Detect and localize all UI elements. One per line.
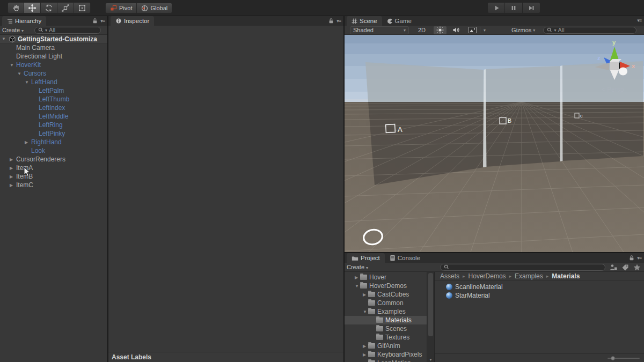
step-button[interactable] [523, 2, 540, 13]
scale-tool-button[interactable] [57, 2, 74, 13]
hierarchy-item-righthand[interactable]: ▶RightHand [0, 138, 107, 146]
pause-button[interactable] [505, 2, 523, 13]
slider-knob[interactable] [611, 356, 615, 360]
tab-project[interactable]: Project [347, 253, 385, 263]
persp-label[interactable]: Persp [607, 86, 624, 93]
rotate-tool-button[interactable] [41, 2, 57, 13]
project-search-input[interactable] [440, 264, 605, 271]
project-create-button[interactable]: Create▾ [347, 264, 368, 270]
breadcrumb-item[interactable]: Examples [515, 272, 543, 280]
project-folder-hover[interactable]: ▶Hover [345, 273, 427, 282]
global-toggle-button[interactable]: Global [137, 3, 172, 13]
foldout-icon[interactable]: ▼ [10, 63, 16, 68]
hand-tool-button[interactable] [8, 2, 24, 13]
foldout-icon[interactable]: ▼ [2, 36, 7, 41]
search-filter-caret-icon[interactable]: ▾ [45, 28, 47, 33]
foldout-icon[interactable]: ▶ [10, 157, 16, 162]
breadcrumb-item[interactable]: Assets [440, 272, 459, 280]
project-folder-scenes[interactable]: Scenes [345, 324, 427, 333]
panel-menu-icon[interactable]: ▾≡ [637, 255, 641, 261]
hierarchy-item-hoverkit[interactable]: ▼HoverKit [0, 61, 107, 69]
tab-console[interactable]: Console [385, 253, 425, 263]
search-filter-caret-icon[interactable]: ▾ [554, 28, 556, 33]
breadcrumb-item[interactable]: HoverDemos [469, 272, 506, 280]
asset-labels-bar[interactable]: Asset Labels [108, 352, 343, 362]
project-folder-materials[interactable]: Materials [345, 316, 427, 324]
gizmo-cube[interactable] [610, 62, 619, 70]
search-by-label-icon[interactable] [621, 264, 629, 271]
foldout-icon[interactable]: ▼ [355, 284, 360, 289]
lock-icon[interactable] [92, 18, 98, 24]
hierarchy-item-itemc[interactable]: ▶ItemC [0, 181, 107, 189]
hierarchy-item-cursorrenderers[interactable]: ▶CursorRenderers [0, 155, 107, 164]
chevron-down-icon: ▾ [366, 265, 368, 270]
2d-toggle-button[interactable]: 2D [415, 26, 428, 34]
project-folder-keyboardpixels[interactable]: ▶KeyboardPixels [345, 350, 427, 359]
hierarchy-item-itemb[interactable]: ▶ItemB [0, 172, 107, 181]
effects-dropdown-button[interactable]: ▾ [466, 26, 488, 34]
hierarchy-item-look[interactable]: Look [0, 146, 107, 155]
scrollbar-down-arrow[interactable]: ▼ [427, 358, 434, 361]
foldout-icon[interactable]: ▼ [17, 71, 24, 76]
search-by-type-icon[interactable] [610, 264, 617, 271]
foldout-icon[interactable]: ▶ [25, 140, 31, 145]
tab-scene[interactable]: Scene [347, 16, 382, 26]
pivot-toggle-button[interactable]: Pivot [105, 3, 137, 13]
move-tool-button[interactable] [24, 2, 41, 13]
shading-mode-dropdown[interactable]: Shaded▾ [350, 26, 409, 34]
gizmos-dropdown[interactable]: Gizmos▾ [509, 26, 538, 34]
foldout-icon[interactable]: ▶ [10, 166, 16, 171]
lighting-toggle-button[interactable] [434, 26, 447, 34]
project-tree-scrollbar[interactable]: ▼ [427, 272, 434, 362]
audio-toggle-button[interactable] [450, 26, 463, 34]
panel-menu-icon[interactable]: ▾≡ [637, 18, 641, 23]
rect-tool-button[interactable] [74, 2, 91, 13]
hierarchy-item-leftpinky[interactable]: LeftPinky [0, 129, 107, 138]
project-folder-leapmotion[interactable]: ▶LeapMotion [345, 359, 427, 362]
axis-sphere-white[interactable] [619, 68, 627, 76]
scene-search-input[interactable]: ▾ All [543, 27, 636, 34]
hierarchy-item-leftring[interactable]: LeftRing [0, 121, 107, 129]
tab-inspector[interactable]: Inspector [111, 16, 154, 26]
hierarchy-create-button[interactable]: Create▾ [2, 27, 24, 33]
hierarchy-search-input[interactable]: ▾ All [34, 27, 101, 34]
scrollbar-thumb[interactable] [428, 273, 433, 336]
tab-hierarchy[interactable]: Hierarchy [2, 16, 46, 26]
play-button[interactable] [487, 2, 505, 13]
hierarchy-item-itema[interactable]: ▶ItemA [0, 164, 107, 172]
project-folder-textures[interactable]: Textures [345, 333, 427, 342]
hierarchy-item-cursors[interactable]: ▼Cursors [0, 69, 107, 78]
panel-menu-icon[interactable]: ▾≡ [336, 18, 341, 24]
asset-scanlinematerial[interactable]: ScanlineMaterial [435, 283, 644, 291]
foldout-icon[interactable]: ▶ [363, 344, 368, 349]
hierarchy-item-leftthumb[interactable]: LeftThumb [0, 95, 107, 104]
foldout-icon[interactable]: ▼ [25, 80, 31, 85]
scene-header-row[interactable]: ▼ GettingStarted-Customiza [0, 35, 107, 43]
hierarchy-item-leftmiddle[interactable]: LeftMiddle [0, 112, 107, 121]
hierarchy-item-directional-light[interactable]: Directional Light [0, 52, 107, 61]
hierarchy-item-main-camera[interactable]: Main Camera [0, 43, 107, 52]
project-folder-castcubes[interactable]: ▶CastCubes [345, 290, 427, 299]
foldout-icon[interactable]: ▶ [10, 183, 16, 188]
asset-zoom-slider[interactable] [608, 358, 640, 359]
lock-icon[interactable] [328, 18, 334, 24]
foldout-icon[interactable]: ▶ [363, 292, 368, 297]
breadcrumb-item[interactable]: Materials [552, 272, 580, 280]
project-folder-common[interactable]: Common [345, 299, 427, 307]
hierarchy-item-leftpalm[interactable]: LeftPalm [0, 86, 107, 95]
hierarchy-item-leftindex[interactable]: LeftIndex [0, 104, 107, 112]
tab-game[interactable]: Game [382, 16, 416, 26]
foldout-icon[interactable]: ▶ [355, 275, 360, 280]
project-folder-examples[interactable]: ▼Examples [345, 307, 427, 316]
asset-starmaterial[interactable]: StarMaterial [435, 291, 644, 300]
lock-icon[interactable] [628, 255, 635, 261]
project-folder-gifanim[interactable]: ▶GifAnim [345, 342, 427, 350]
foldout-icon[interactable]: ▶ [10, 174, 16, 179]
panel-menu-icon[interactable]: ▾≡ [100, 18, 105, 24]
favorite-star-icon[interactable] [633, 264, 641, 271]
foldout-icon[interactable]: ▶ [363, 352, 368, 357]
scene-viewport[interactable]: A B c y z x < [345, 35, 644, 252]
hierarchy-item-lefthand[interactable]: ▼LeftHand [0, 78, 107, 86]
project-folder-hoverdemos[interactable]: ▼HoverDemos [345, 282, 427, 290]
foldout-icon[interactable]: ▼ [363, 309, 368, 314]
